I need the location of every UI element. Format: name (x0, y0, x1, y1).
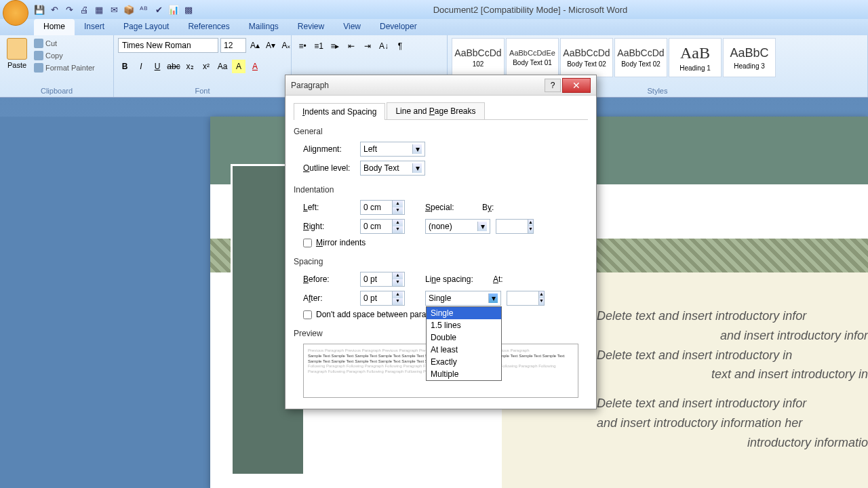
italic-button[interactable]: I (134, 60, 148, 73)
font-size-combo[interactable] (220, 38, 246, 53)
copy-button[interactable]: Copy (33, 50, 96, 61)
preview-icon[interactable]: ▦ (92, 3, 106, 16)
decrease-indent-button[interactable]: ⇤ (344, 39, 358, 53)
check-icon[interactable]: ✔ (152, 3, 165, 16)
body-text[interactable]: Delete text and insert introductory info… (590, 293, 868, 488)
dialog-titlebar[interactable]: Paragraph ? ✕ (285, 75, 596, 96)
mail-icon[interactable]: ✉ (107, 3, 121, 16)
font-color-button[interactable]: A (248, 60, 262, 73)
spin-up-icon[interactable]: ▲ (528, 220, 533, 226)
dropdown-option[interactable]: At least (427, 344, 501, 356)
spin-up-icon[interactable]: ▲ (393, 291, 403, 298)
mirror-indents-checkbox[interactable]: Mirror indents (294, 238, 588, 247)
box-icon[interactable]: 📦 (122, 3, 136, 16)
spin-up-icon[interactable]: ▲ (393, 201, 403, 207)
dialog-help-button[interactable]: ? (545, 79, 561, 92)
outline-level-select[interactable]: Body Text▾ (360, 161, 425, 176)
brush-icon (34, 63, 43, 73)
spin-down-icon[interactable]: ▼ (393, 226, 403, 233)
tab-indents-spacing[interactable]: IIndents and Spacingndents and Spacing (294, 103, 385, 120)
at-spinner[interactable]: ▲▼ (507, 291, 545, 306)
spellcheck-icon[interactable]: ᴬᴮ (137, 3, 151, 16)
change-case-button[interactable]: Aa (216, 60, 229, 73)
tab-insert[interactable]: Insert (75, 19, 114, 35)
format-painter-button[interactable]: Format Painter (33, 62, 96, 73)
tab-developer[interactable]: Developer (370, 19, 427, 35)
spin-up-icon[interactable]: ▲ (539, 291, 544, 298)
bullets-button[interactable]: ≡• (296, 39, 309, 53)
strikethrough-button[interactable]: abc (167, 60, 180, 73)
dropdown-option[interactable]: Single (427, 307, 501, 319)
window-title: Document2 [Compatibility Mode] - Microso… (195, 5, 865, 15)
spin-up-icon[interactable]: ▲ (393, 272, 403, 279)
redo-icon[interactable]: ↷ (62, 3, 76, 16)
spin-down-icon[interactable]: ▼ (393, 298, 403, 305)
copy-icon (34, 51, 43, 60)
style-item[interactable]: AaBbCcDd102 (452, 38, 505, 77)
tab-line-page-breaks[interactable]: Line and Page Breaks (387, 102, 484, 119)
after-spinner[interactable]: ▲▼ (360, 291, 405, 306)
bold-button[interactable]: B (118, 60, 132, 73)
tab-home[interactable]: Home (34, 19, 75, 35)
before-spinner[interactable]: ▲▼ (360, 272, 405, 287)
indentation-heading: Indentation (294, 185, 588, 195)
indent-left-spinner[interactable]: ▲▼ (360, 200, 405, 215)
chevron-down-icon: ▾ (477, 222, 487, 231)
dropdown-option[interactable]: Exactly (427, 356, 501, 368)
office-button[interactable] (3, 0, 28, 26)
cut-button[interactable]: Cut (33, 38, 96, 49)
dropdown-option[interactable]: Multiple (427, 368, 501, 380)
spin-down-icon[interactable]: ▼ (393, 207, 403, 214)
indent-right-label: Right: (303, 222, 360, 231)
spin-down-icon[interactable]: ▼ (528, 226, 533, 233)
line-spacing-label: Line spacing: (425, 274, 493, 284)
headline-text[interactable]: adline Runs Here (590, 182, 769, 211)
style-item[interactable]: AaBHeading 1 (669, 38, 722, 77)
line-spacing-select[interactable]: Single▾ Single 1.5 lines Double At least… (425, 291, 501, 306)
style-item[interactable]: AaBbCcDdBody Text 02 (614, 38, 667, 77)
undo-icon[interactable]: ↶ (47, 3, 61, 16)
grid-icon[interactable]: ▩ (182, 3, 195, 16)
spin-up-icon[interactable]: ▲ (393, 220, 403, 226)
tab-view[interactable]: View (334, 19, 370, 35)
tab-review[interactable]: Review (288, 19, 334, 35)
by-spinner[interactable]: ▲▼ (496, 219, 534, 234)
tab-references[interactable]: References (178, 19, 239, 35)
before-label: Before: (303, 274, 360, 284)
underline-button[interactable]: U (151, 60, 164, 73)
subscript-button[interactable]: x₂ (183, 60, 197, 73)
dropdown-option[interactable]: Double (427, 331, 501, 344)
sort-button[interactable]: A↓ (377, 39, 391, 53)
spin-down-icon[interactable]: ▼ (539, 298, 544, 305)
indent-left-label: Left: (303, 203, 360, 212)
chart-icon[interactable]: 📊 (167, 3, 180, 16)
grow-font-icon[interactable]: A▴ (248, 39, 262, 52)
save-icon[interactable]: 💾 (33, 3, 46, 16)
spin-down-icon[interactable]: ▼ (393, 279, 403, 286)
style-item[interactable]: AaBbCHeading 3 (723, 38, 776, 77)
multilevel-button[interactable]: ≡▸ (328, 39, 342, 53)
ribbon-tabs: Home Insert Page Layout References Maili… (0, 19, 868, 35)
tab-page-layout[interactable]: Page Layout (114, 19, 178, 35)
increase-indent-button[interactable]: ⇥ (361, 39, 374, 53)
spacing-heading: Spacing (294, 257, 588, 266)
dialog-close-button[interactable]: ✕ (562, 78, 591, 93)
outline-level-label: Outline level: (303, 163, 360, 173)
superscript-button[interactable]: x² (199, 60, 213, 73)
shrink-font-icon[interactable]: A▾ (264, 39, 277, 52)
paste-button[interactable]: Paste (4, 38, 30, 69)
highlight-button[interactable]: A (232, 60, 245, 73)
indent-right-spinner[interactable]: ▲▼ (360, 219, 405, 234)
alignment-select[interactable]: Left▾ (360, 142, 425, 157)
tab-mailings[interactable]: Mailings (239, 19, 288, 35)
font-name-combo[interactable] (118, 38, 218, 53)
scissors-icon (34, 39, 43, 48)
special-select[interactable]: (none)▾ (425, 219, 490, 234)
numbering-button[interactable]: ≡1 (312, 39, 326, 53)
clear-format-icon[interactable]: Aₓ (279, 39, 293, 52)
style-item[interactable]: AaBbCcDdEeBody Text 01 (506, 38, 559, 77)
style-item[interactable]: AaBbCcDdBody Text 02 (560, 38, 613, 77)
dropdown-option[interactable]: 1.5 lines (427, 319, 501, 331)
show-marks-button[interactable]: ¶ (393, 39, 407, 53)
print-icon[interactable]: 🖨 (77, 3, 91, 16)
